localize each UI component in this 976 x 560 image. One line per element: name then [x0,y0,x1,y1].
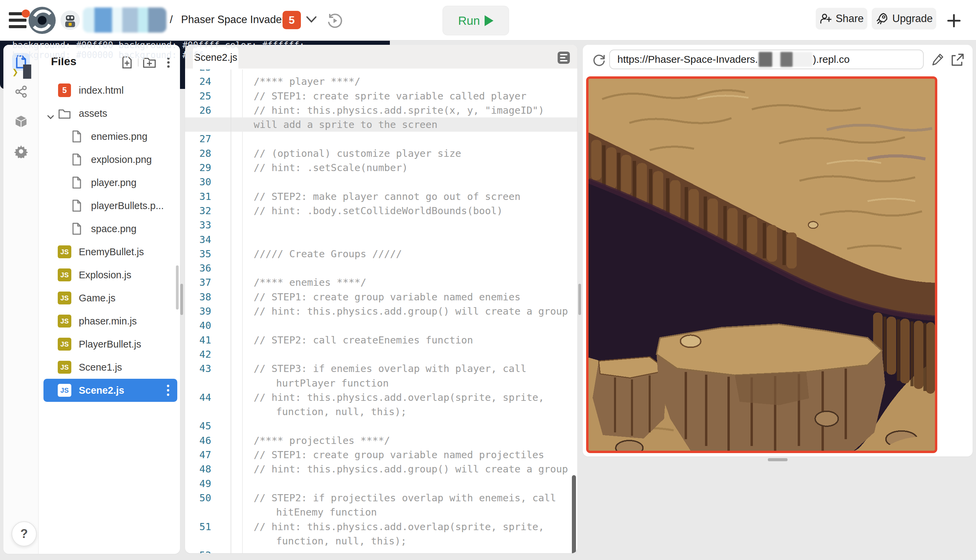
line-number: 49 [185,477,211,491]
code-line-26[interactable]: 26// hint: this.physics.add.sprite(x, y,… [185,103,577,117]
code-line-32[interactable]: 32// hint: .body.setCollideWorldBounds(b… [185,203,577,218]
code-text: // STEP2: call createEnemies function [254,333,473,347]
js-file-icon: JS [58,292,71,305]
code-text: // hint: this.physics.add.overlap(sprite… [254,390,544,405]
code-line-25[interactable]: 25// STEP1: create sprite variable calle… [185,89,577,103]
run-button[interactable]: Run [443,6,509,35]
code-line-46[interactable]: 46/**** projectiles ****/ [185,433,577,448]
file-row-player-png[interactable]: player.png [39,171,180,194]
project-title[interactable]: Phaser Space Invaders [181,13,290,25]
file-label: Scene2.js [79,385,124,396]
js-file-icon: JS [58,315,71,328]
file-row-enemies-png[interactable]: enemies.png [39,125,180,148]
html5-icon: 5 [282,11,301,29]
line-number: 52 [185,548,211,553]
replit-logo[interactable] [28,6,56,35]
code-line-wrap[interactable]: hurtPlayer function [185,376,577,390]
share-button[interactable]: Share [816,8,867,30]
right-resize-handle[interactable] [578,284,581,315]
code-line-49[interactable]: 49 [185,477,577,491]
user-avatar[interactable] [60,10,80,30]
code-line-28[interactable]: 28// (optional) customize player size [185,146,577,160]
file-label: phaser.min.js [79,316,137,327]
code-line-42[interactable]: 42 [185,347,577,362]
code-line-36[interactable]: 36 [185,261,577,275]
file-row-space-png[interactable]: space.png [39,217,180,240]
code-line-wrap[interactable]: function, null, this); [185,534,577,548]
file-label: EnemyBullet.js [79,247,144,258]
line-number: 25 [185,89,211,103]
line-number: 26 [185,103,211,117]
js-file-icon: JS [58,361,71,374]
code-line-38[interactable]: 38// STEP1: create group variable named … [185,290,577,304]
breadcrumb: / Phaser Space Invaders [170,13,291,26]
code-line-35[interactable]: 35///// Create Groups ///// [185,247,577,261]
code-line-33[interactable]: 33 [185,218,577,232]
game-preview-frame[interactable] [586,77,937,453]
file-row-playerbullet-js[interactable]: JSPlayerBullet.js [39,333,180,356]
code-line-50[interactable]: 50// STEP2: if projectiles overlap with … [185,491,577,505]
new-tab-plus-icon[interactable] [946,13,962,28]
upgrade-label: Upgrade [892,13,933,25]
code-text: function, null, this); [276,405,406,419]
line-number: 43 [185,362,211,376]
code-text: hitEnemy function [276,505,377,519]
code-line-48[interactable]: 48// hint: this.physics.add.group() will… [185,462,577,476]
help-button[interactable]: ? [12,521,37,547]
console-cursor[interactable] [23,65,31,79]
code-line-30[interactable]: 30 [185,175,577,189]
chevron-expand-icon[interactable] [47,111,54,122]
code-text: hurtPlayer function [276,376,389,390]
code-text: function, null, this); [276,534,406,548]
code-line-44[interactable]: 44// hint: this.physics.add.overlap(spri… [185,390,577,405]
file-row-assets[interactable]: assets [39,102,180,125]
file-icon [72,153,82,166]
upgrade-button[interactable]: Upgrade [872,8,936,30]
code-line-27[interactable]: 27 [185,132,577,146]
file-row-index-html[interactable]: 5index.html [39,79,180,102]
file-row-scene2-js[interactable]: JSScene2.js [43,379,177,402]
file-row-game-js[interactable]: JSGame.js [39,287,180,310]
file-row-explosion-js[interactable]: JSExplosion.js [39,263,180,287]
code-line-31[interactable]: 31// STEP2: make player cannot go out of… [185,189,577,203]
hamburger-menu-icon[interactable] [9,11,30,30]
file-kebab-menu-icon[interactable] [166,383,170,400]
code-line-37[interactable]: 37/**** enemies ****/ [185,275,577,290]
file-label: assets [79,108,107,119]
chevron-down-icon[interactable] [306,16,317,23]
file-row-scene1-js[interactable]: JSScene1.js [39,356,180,379]
line-number: 37 [185,275,211,290]
rail-settings-gear-icon[interactable] [12,143,30,160]
code-line-34[interactable]: 34 [185,232,577,247]
code-line-wrap[interactable]: function, null, this); [185,405,577,419]
code-line-52[interactable]: 52 [185,548,577,553]
tool-rail [3,45,39,554]
file-row-phaser-min-js[interactable]: JSphaser.min.js [39,310,180,333]
rail-packages-icon[interactable] [12,113,30,130]
line-number: 41 [185,333,211,347]
console-input-prompt-icon: ❯ [12,66,18,78]
code-line-41[interactable]: 41// STEP2: call createEnemies function [185,333,577,347]
horizontal-resize-handle[interactable] [768,458,787,461]
left-resize-handle[interactable] [180,284,183,315]
code-line-47[interactable]: 47// STEP1: create group variable named … [185,448,577,462]
files-scrollbar[interactable] [176,265,179,310]
preview-panel: https://Phaser-Space-Invaders. ).repl.co [583,45,973,457]
code-line-39[interactable]: 39// hint: this.physics.add.group() will… [185,304,577,318]
editor-scrollbar[interactable] [572,475,576,553]
code-area[interactable]: 2324/**** player ****/25// STEP1: create… [185,70,577,553]
code-line-29[interactable]: 29// hint: .setScale(number) [185,160,577,175]
rail-version-control-icon[interactable] [12,83,30,100]
file-row-explosion-png[interactable]: explosion.png [39,148,180,171]
file-row-playerbullets-p-[interactable]: playerBullets.p... [39,194,180,217]
code-line-43[interactable]: 43// STEP3: if enemies overlap with play… [185,362,577,376]
code-line-wrap[interactable]: will add a sprite to the screen [185,117,577,132]
code-line-40[interactable]: 40 [185,318,577,333]
code-line-wrap[interactable]: hitEnemy function [185,505,577,519]
file-row-enemybullet-js[interactable]: JSEnemyBullet.js [39,240,180,263]
line-number: 35 [185,247,211,261]
line-number: 51 [185,520,211,534]
history-icon[interactable] [327,13,342,28]
code-line-45[interactable]: 45 [185,419,577,433]
code-line-51[interactable]: 51// hint: this.physics.add.overlap(spri… [185,520,577,534]
